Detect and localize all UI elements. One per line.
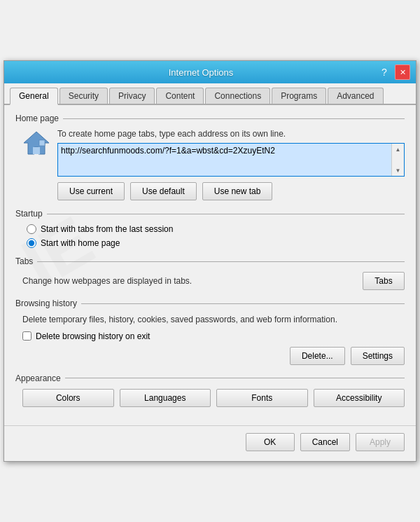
appearance-section: Appearance Colors Languages Fonts Access… — [15, 373, 405, 407]
use-current-button[interactable]: Use current — [57, 182, 125, 200]
startup-radio-group: Start with tabs from the last session St… — [22, 224, 405, 248]
startup-radio-home-page: Start with home page — [27, 238, 405, 248]
tab-connections[interactable]: Connections — [205, 88, 270, 104]
cancel-button[interactable]: Cancel — [300, 433, 350, 451]
tab-bar: GeneralSecurityPrivacyContentConnections… — [4, 83, 416, 105]
tab-advanced[interactable]: Advanced — [328, 88, 383, 104]
home-page-desc: To create home page tabs, type each addr… — [57, 129, 405, 139]
tab-privacy[interactable]: Privacy — [109, 88, 155, 104]
radio-last-session-label: Start with tabs from the last session — [41, 224, 173, 234]
url-input[interactable]: http://searchfunmoods.com/?f=1&a=wbst&cd… — [58, 144, 391, 176]
tab-general[interactable]: General — [10, 88, 58, 105]
scroll-up-arrow[interactable]: ▲ — [393, 144, 404, 155]
startup-label: Startup — [15, 209, 405, 219]
tab-content[interactable]: Content — [156, 88, 204, 104]
delete-history-checkbox[interactable] — [22, 331, 31, 341]
footer: OK Cancel Apply — [4, 425, 416, 461]
startup-radio-last-session: Start with tabs from the last session — [27, 224, 405, 234]
delete-button[interactable]: Delete... — [290, 347, 345, 365]
tabs-section-label: Tabs — [15, 256, 405, 266]
settings-button[interactable]: Settings — [351, 347, 405, 365]
colors-button[interactable]: Colors — [22, 389, 114, 407]
startup-section: Startup Start with tabs from the last se… — [15, 209, 405, 248]
apply-button[interactable]: Apply — [356, 433, 405, 451]
radio-last-session[interactable] — [27, 224, 36, 234]
radio-home-page-label: Start with home page — [41, 238, 120, 248]
ok-button[interactable]: OK — [246, 433, 295, 451]
close-button[interactable]: ✕ — [395, 64, 410, 80]
home-icon — [22, 129, 50, 157]
svg-rect-2 — [39, 140, 45, 146]
tab-programs[interactable]: Programs — [272, 88, 326, 104]
tabs-button[interactable]: Tabs — [363, 272, 405, 290]
appearance-label: Appearance — [15, 373, 405, 383]
languages-button[interactable]: Languages — [120, 389, 211, 407]
browsing-history-section: Browsing history Delete temporary files,… — [15, 298, 405, 365]
radio-home-page[interactable] — [27, 238, 36, 248]
browsing-history-label: Browsing history — [15, 298, 405, 308]
delete-history-label: Delete browsing history on exit — [36, 331, 150, 341]
home-page-label: Home page — [15, 114, 405, 123]
delete-history-checkbox-row: Delete browsing history on exit — [22, 331, 405, 341]
tabs-desc: Change how webpages are displayed in tab… — [22, 276, 192, 286]
svg-rect-1 — [33, 147, 40, 154]
browsing-desc: Delete temporary files, history, cookies… — [22, 314, 405, 326]
scroll-down-arrow[interactable]: ▼ — [393, 165, 404, 176]
home-page-section: Home page To create home page tabs, type… — [15, 114, 405, 200]
help-button[interactable]: ? — [377, 64, 392, 80]
window-title: Internet Options — [25, 67, 377, 78]
use-default-button[interactable]: Use default — [130, 182, 197, 200]
fonts-button[interactable]: Fonts — [216, 389, 308, 407]
use-new-tab-button[interactable]: Use new tab — [202, 182, 273, 200]
tabs-section: Tabs Change how webpages are displayed i… — [15, 256, 405, 290]
scrollbar-vertical[interactable]: ▲ ▼ — [391, 144, 404, 176]
accessibility-button[interactable]: Accessibility — [314, 389, 405, 407]
url-textarea-container: http://searchfunmoods.com/?f=1&a=wbst&cd… — [57, 143, 405, 177]
tab-security[interactable]: Security — [59, 88, 108, 104]
